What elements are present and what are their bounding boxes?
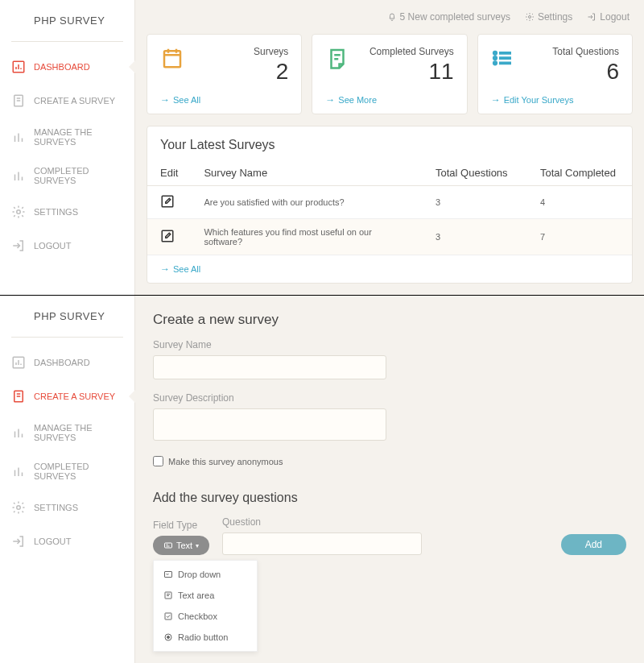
card-link-see-all[interactable]: →See All [160, 94, 288, 106]
text-icon [163, 541, 173, 550]
table-row: Which features you find most useful on o… [147, 219, 632, 255]
arrow-icon: → [325, 94, 335, 106]
arrow-icon: → [491, 94, 501, 106]
survey-name-input[interactable] [153, 355, 386, 379]
questions-title: Add the survey questions [153, 491, 626, 505]
sidebar-item-dashboard[interactable]: DASHBOARD [0, 50, 134, 84]
th-name: Survey Name [191, 160, 423, 186]
checkbox-icon [163, 611, 173, 621]
bell-icon [387, 12, 397, 22]
stat-cards: Surveys 2 →See All Completed Surveys 11 … [135, 34, 644, 126]
anonymous-checkbox[interactable] [153, 456, 163, 466]
sidebar-item-create[interactable]: CREATE A SURVEY [0, 379, 134, 413]
sidebar-item-settings[interactable]: SETTINGS [0, 195, 134, 229]
card-value: 2 [254, 59, 288, 85]
svg-rect-9 [162, 230, 173, 242]
table-row: Are you satisfied with our products? 3 4 [147, 186, 632, 219]
th-edit: Edit [147, 160, 191, 186]
add-button[interactable]: Add [561, 534, 626, 555]
sidebar-label: SETTINGS [34, 503, 78, 512]
caret-icon: ▾ [196, 542, 199, 549]
divider [11, 337, 123, 338]
survey-name-label: Survey Name [153, 339, 626, 350]
survey-desc-input[interactable] [153, 408, 386, 441]
sidebar-item-create[interactable]: CREATE A SURVEY [0, 84, 134, 118]
sidebar-item-manage[interactable]: MANAGE THE SURVEYS [0, 118, 134, 156]
sidebar-label: DASHBOARD [34, 358, 90, 367]
survey-desc-label: Survey Description [153, 392, 626, 404]
sidebar-label: MANAGE THE SURVEYS [34, 423, 123, 442]
anonymous-label: Make this survey anonymous [168, 457, 283, 466]
sidebar-label: CREATE A SURVEY [34, 96, 115, 106]
main-content: 5 New completed surveys Settings Logout … [135, 0, 644, 295]
calendar-icon [160, 46, 184, 70]
sidebar-item-manage[interactable]: MANAGE THE SURVEYS [0, 413, 134, 452]
chart-icon [11, 60, 26, 74]
sidebar-label: COMPLETED SURVEYS [34, 166, 123, 185]
svg-rect-4 [164, 51, 180, 67]
note-icon [325, 46, 349, 70]
app-title: PHP SURVEY [0, 0, 134, 41]
sidebar-item-dashboard[interactable]: DASHBOARD [0, 346, 134, 379]
see-all-link[interactable]: →See All [160, 263, 619, 275]
notifications-link[interactable]: 5 New completed surveys [387, 11, 510, 23]
document-icon [11, 389, 26, 404]
create-title: Create a new survey [153, 312, 626, 328]
sidebar-item-logout[interactable]: LOGOUT [0, 229, 134, 263]
bars-icon [11, 425, 26, 440]
question-input[interactable] [222, 532, 422, 555]
dropdown-item-textarea[interactable]: Text area [154, 585, 257, 606]
notifications-text: 5 New completed surveys [400, 11, 510, 23]
dropdown-item-dropdown[interactable]: Drop down [154, 564, 257, 585]
svg-point-3 [528, 16, 530, 19]
document-icon [11, 93, 26, 108]
edit-icon[interactable] [160, 194, 175, 209]
field-type-button[interactable]: Text ▾ [153, 536, 209, 555]
sidebar-label: MANAGE THE SURVEYS [34, 127, 123, 147]
app-title: PHP SURVEY [0, 296, 134, 337]
gear-icon [525, 12, 535, 22]
textarea-icon [163, 590, 173, 600]
card-label: Completed Surveys [369, 46, 454, 57]
sidebar-label: LOGOUT [34, 241, 71, 251]
dropdown-item-checkbox[interactable]: Checkbox [154, 606, 257, 627]
settings-text: Settings [538, 11, 572, 23]
svg-point-2 [17, 210, 21, 214]
settings-link[interactable]: Settings [525, 11, 572, 23]
cell-name: Which features you find most useful on o… [191, 219, 423, 255]
topbar: 5 New completed surveys Settings Logout [135, 0, 644, 34]
svg-rect-13 [164, 543, 171, 548]
sidebar-item-logout[interactable]: LOGOUT [0, 524, 134, 558]
card-link-edit-surveys[interactable]: →Edit Your Surveys [491, 94, 619, 106]
logout-icon [11, 534, 26, 549]
card-label: Total Questions [552, 46, 619, 57]
sidebar-label: SETTINGS [34, 207, 78, 217]
card-link-see-more[interactable]: →See More [325, 94, 453, 106]
sidebar-label: CREATE A SURVEY [34, 392, 115, 401]
dropdown-item-radio[interactable]: Radio button [154, 627, 257, 648]
gear-icon [11, 205, 26, 219]
cell-questions: 3 [423, 219, 527, 255]
svg-point-6 [493, 57, 496, 60]
card-surveys: Surveys 2 →See All [147, 34, 302, 114]
th-questions: Total Questions [423, 160, 527, 186]
field-type-dropdown: Drop down Text area Checkbox Radio butto… [153, 560, 258, 652]
sidebar-item-settings[interactable]: SETTINGS [0, 491, 134, 524]
card-questions: Total Questions 6 →Edit Your Surveys [477, 34, 633, 114]
cell-name: Are you satisfied with our products? [191, 186, 423, 219]
arrow-icon: → [160, 94, 170, 106]
surveys-table: Edit Survey Name Total Questions Total C… [147, 160, 632, 255]
edit-icon[interactable] [160, 229, 175, 243]
bars-icon [11, 130, 26, 144]
cell-completed: 4 [527, 186, 632, 219]
question-label: Question [222, 516, 422, 528]
sidebar-item-completed[interactable]: COMPLETED SURVEYS [0, 452, 134, 491]
logout-link[interactable]: Logout [587, 11, 630, 23]
arrow-icon: → [160, 263, 170, 275]
sidebar-item-completed[interactable]: COMPLETED SURVEYS [0, 156, 134, 195]
card-completed: Completed Surveys 11 →See More [312, 34, 467, 114]
logout-icon [11, 238, 26, 253]
anonymous-row[interactable]: Make this survey anonymous [153, 456, 626, 466]
chart-icon [11, 355, 26, 370]
divider [11, 41, 123, 42]
